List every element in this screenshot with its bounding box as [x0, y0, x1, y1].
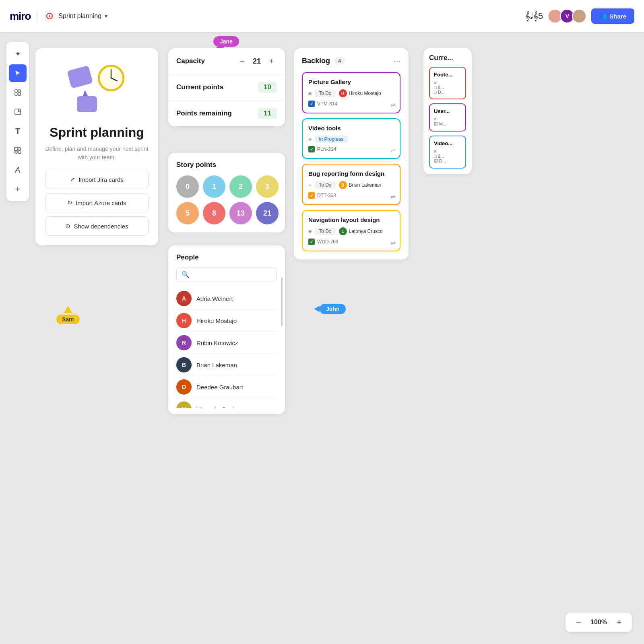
ticket-icon: ✓ — [308, 101, 315, 107]
zoom-out-button[interactable]: − — [573, 617, 584, 628]
backlog-panel: Backlog 4 ··· Picture Gallery ≡ To Do H … — [294, 48, 409, 259]
board-name-section[interactable]: Sprint planning ▾ — [44, 10, 107, 22]
svg-rect-10 — [14, 147, 18, 150]
zoom-in-button[interactable]: + — [613, 617, 625, 628]
show-dependencies-button[interactable]: ⊙ Show dependencies — [45, 216, 149, 236]
zoom-value: 100% — [590, 619, 607, 626]
svg-rect-12 — [18, 151, 21, 154]
person-row[interactable]: VVincente Goyins — [176, 398, 277, 408]
current-points-value: 10 — [258, 82, 277, 93]
capacity-minus-button[interactable]: − — [237, 56, 248, 67]
import-azure-icon: ↻ — [67, 199, 72, 206]
card-assignee: B Brian Lakeman — [339, 181, 382, 189]
john-cursor-label: John — [320, 304, 346, 314]
toolbar-grid[interactable] — [9, 84, 27, 101]
card-menu-icon: ≡ — [308, 136, 312, 142]
capacity-plus-button[interactable]: + — [266, 56, 277, 67]
card-title: Navigation layout design — [308, 216, 394, 223]
ticket-icon: ✓ — [308, 192, 315, 199]
card-move-icon[interactable]: ⇌ — [390, 239, 396, 247]
import-jira-button[interactable]: ↗ Import Jira cards — [45, 170, 149, 189]
people-search[interactable]: 🔍 — [176, 267, 277, 282]
points-remaining-value: 11 — [258, 108, 277, 119]
backlog-card-0[interactable]: Picture Gallery ≡ To Do H Hiroku Mostajo… — [302, 72, 400, 113]
story-point-0[interactable]: 0 — [176, 175, 199, 198]
story-point-8[interactable]: 8 — [203, 202, 225, 224]
backlog-card-2[interactable]: Bug reporting form design ≡ To Do B Bria… — [302, 164, 400, 205]
current-points-row: Current points 10 — [168, 74, 285, 101]
card-title: Bug reporting form design — [308, 170, 394, 177]
toolbar-font[interactable]: A — [9, 161, 27, 179]
ticket-id: WDD-763 — [317, 239, 339, 245]
card-status: To Do — [315, 181, 335, 189]
person-avatar: A — [176, 291, 192, 306]
svg-rect-8 — [18, 93, 21, 95]
toolbar-add[interactable]: + — [9, 180, 27, 198]
story-point-2[interactable]: 2 — [229, 175, 252, 198]
story-point-13[interactable]: 13 — [229, 202, 252, 224]
person-name: Vincente Goyins — [196, 406, 240, 409]
avatar-3[interactable] — [572, 9, 586, 23]
card-ticket: ✓ WDD-763 — [308, 239, 394, 245]
person-row[interactable]: BBrian Lakeman — [176, 354, 277, 376]
points-remaining-label: Points remaining — [176, 109, 232, 117]
toolbar-magic[interactable]: ✦ — [9, 45, 27, 63]
story-point-21[interactable]: 21 — [256, 202, 279, 224]
toolbar-cursor[interactable] — [9, 64, 27, 82]
ticket-icon: ✓ — [308, 146, 315, 152]
story-points-grid: 0123581321 — [176, 175, 277, 224]
backlog-title-section: Backlog 4 — [302, 57, 345, 65]
import-azure-button[interactable]: ↻ Import Azure cards — [45, 193, 149, 212]
person-avatar: B — [176, 357, 192, 372]
card-move-icon[interactable]: ⇌ — [390, 193, 396, 200]
left-toolbar: ✦ T A + — [6, 42, 29, 201]
capacity-row: Capacity − 21 + — [168, 48, 285, 74]
capacity-controls: − 21 + — [237, 56, 277, 67]
toolbar-shapes[interactable] — [9, 142, 27, 159]
toolbar-sticky[interactable] — [9, 103, 27, 121]
current-panel-title: Curre... — [429, 54, 466, 62]
header-divider — [37, 10, 37, 23]
sprint-card: Sprint planning Define, plan and manage … — [35, 48, 158, 245]
people-panel: People 🔍 AAdria WeinertHHiroku MostajoRR… — [168, 245, 285, 414]
person-row[interactable]: AAdria Weinert — [176, 288, 277, 310]
person-row[interactable]: HHiroku Mostajo — [176, 310, 277, 332]
toolbar-text[interactable]: T — [9, 122, 27, 140]
person-row[interactable]: RRubin Kotowicz — [176, 332, 277, 354]
share-button[interactable]: 👥 Share — [591, 8, 634, 24]
backlog-card-1[interactable]: Video tools ≡ In Progress ✓ PLN-214 ⇌ — [302, 118, 400, 159]
card-move-icon[interactable]: ⇌ — [390, 146, 396, 154]
card-ticket: ✓ DTT-363 — [308, 192, 394, 199]
ticket-id: VPM-314 — [317, 101, 337, 107]
logo: miro — [10, 10, 31, 23]
current-points-label: Current points — [176, 83, 223, 91]
people-search-input[interactable] — [193, 272, 272, 278]
story-point-1[interactable]: 1 — [203, 175, 225, 198]
import-jira-label: Import Jira cards — [78, 176, 124, 183]
story-points-panel: Story points 0123581321 — [168, 153, 285, 232]
svg-point-11 — [18, 148, 21, 150]
card-ticket: ✓ VPM-314 — [308, 101, 394, 107]
people-scrollbar[interactable] — [281, 278, 283, 326]
card-meta: ≡ In Progress — [308, 136, 394, 143]
backlog-count: 4 — [334, 57, 345, 65]
card-move-icon[interactable]: ⇌ — [390, 101, 396, 109]
story-point-5[interactable]: 5 — [176, 202, 199, 224]
svg-point-4 — [573, 10, 586, 23]
backlog-more-icon[interactable]: ··· — [394, 56, 400, 66]
people-list: AAdria WeinertHHiroku MostajoRRubin Koto… — [176, 288, 277, 408]
header-right: 𝄞♩𝄞5 V 👥 Share — [525, 8, 634, 24]
sprint-illustration — [45, 58, 149, 118]
backlog-card-3[interactable]: Navigation layout design ≡ To Do L Laton… — [302, 210, 400, 251]
import-jira-icon: ↗ — [70, 176, 75, 183]
capacity-label: Capacity — [176, 57, 205, 65]
person-row[interactable]: DDeedee Graubart — [176, 376, 277, 398]
person-name: Adria Weinert — [196, 295, 233, 302]
ticket-icon: ✓ — [308, 239, 315, 245]
story-point-3[interactable]: 3 — [256, 175, 279, 198]
card-menu-icon: ≡ — [308, 228, 312, 235]
dropdown-icon[interactable]: ▾ — [105, 13, 107, 19]
svg-rect-7 — [15, 93, 17, 95]
card-menu-icon: ≡ — [308, 90, 312, 97]
ticket-id: PLN-214 — [317, 146, 336, 152]
